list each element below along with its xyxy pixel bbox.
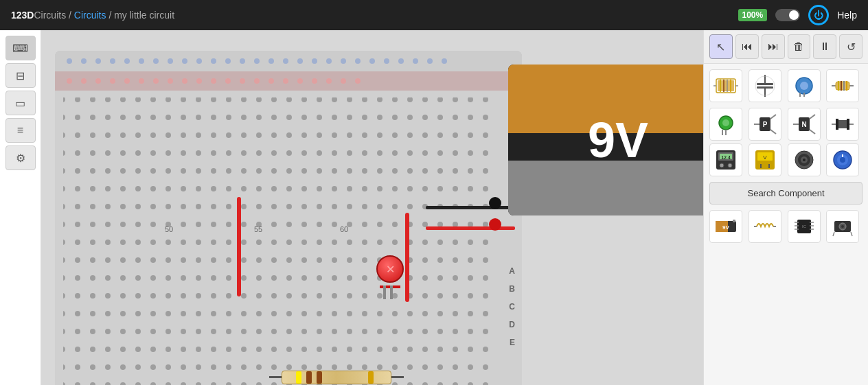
resistor-lead-left: [269, 376, 283, 378]
svg-point-61: [840, 157, 845, 163]
sidebar-item-chip[interactable]: ▭: [5, 91, 36, 115]
wire-black-horizontal: [426, 206, 515, 209]
theme-toggle[interactable]: [775, 9, 800, 21]
rail-dot: [427, 58, 433, 64]
breadcrumb-current: my little circuit: [114, 10, 174, 21]
rail-dot: [269, 58, 274, 64]
svg-rect-1: [63, 97, 489, 385]
voltmeter-icon: V: [753, 148, 777, 172]
sidebar-item-settings[interactable]: ⚙: [5, 145, 36, 170]
rail-dot: [312, 78, 317, 84]
rail-dot: [196, 78, 202, 84]
comp-speaker[interactable]: [788, 143, 821, 176]
svg-rect-7: [723, 80, 724, 92]
rail-dot: [297, 58, 303, 64]
power-button[interactable]: ⏻: [808, 5, 829, 25]
led-blue-icon: [792, 73, 816, 98]
search-component-button[interactable]: Search Component: [709, 182, 863, 205]
svg-rect-23: [841, 81, 842, 91]
rail-dot: [240, 78, 245, 84]
breadcrumb-circuits[interactable]: Circuits: [74, 10, 106, 21]
diode-icon: [830, 112, 855, 137]
comp-inductor[interactable]: [749, 210, 781, 243]
delete-button[interactable]: 🗑: [788, 34, 811, 59]
svg-text:N: N: [801, 121, 806, 128]
comp-resistor-grid[interactable]: [709, 69, 742, 102]
svg-rect-22: [838, 81, 839, 91]
svg-rect-42: [847, 119, 849, 130]
comp-transistor-n[interactable]: N: [788, 108, 821, 141]
rail-dot: [110, 78, 115, 84]
step-forward-button[interactable]: ⏭: [762, 34, 785, 59]
rail-dot: [139, 78, 144, 84]
transistor-n-icon: N: [792, 112, 816, 137]
comp-capacitor[interactable]: [749, 69, 781, 102]
rail-dot: [95, 78, 101, 84]
comp-resistor-axial[interactable]: [826, 69, 859, 102]
component-grid-row2: P N: [704, 108, 868, 143]
rail-dot: [413, 58, 418, 64]
sidebar-item-list[interactable]: ≡: [5, 118, 36, 143]
svg-point-49: [728, 163, 732, 167]
sidebar-item-components[interactable]: ⊟: [5, 63, 36, 88]
breadcrumb-sep2: /: [108, 10, 114, 21]
skip-back-icon: ⏮: [742, 40, 753, 53]
comp-potentiometer[interactable]: [826, 143, 859, 176]
svg-rect-6: [720, 80, 721, 92]
multimeter-icon: 12.4: [713, 148, 738, 172]
comp-ic-chip[interactable]: IC: [788, 210, 821, 243]
led-component[interactable]: ✕: [376, 255, 407, 285]
zoom-level: 100%: [738, 9, 768, 21]
brand-name: 123D: [11, 10, 34, 21]
comp-voltmeter[interactable]: V: [749, 143, 781, 176]
rail-dot: [384, 58, 389, 64]
rail-dot: [124, 58, 130, 64]
rail-dot: [442, 58, 447, 64]
component-grid-row4: 9V IC: [704, 207, 868, 246]
comp-multimeter[interactable]: 12.4: [709, 143, 742, 176]
header: 123DCircuits / Circuits / my little circ…: [0, 0, 868, 30]
svg-rect-66: [733, 220, 735, 222]
capacitor-icon: [753, 73, 777, 98]
svg-line-34: [770, 130, 776, 134]
rail-dot: [81, 78, 87, 84]
rail-dot: [341, 78, 346, 84]
svg-rect-13: [757, 86, 773, 89]
battery-small-icon: 9V: [713, 214, 738, 239]
resistor-lead-right: [390, 376, 404, 378]
help-button[interactable]: Help: [837, 10, 857, 21]
wire-red-horizontal: [426, 226, 515, 230]
rotate-button[interactable]: ↺: [839, 34, 863, 59]
comp-transistor-npn[interactable]: P: [749, 108, 781, 141]
skip-back-button[interactable]: ⏮: [735, 34, 759, 59]
rail-dot: [153, 78, 159, 84]
rail-dot: [211, 58, 216, 64]
comp-diode[interactable]: [826, 108, 859, 141]
svg-line-38: [810, 115, 815, 119]
resistor-band-2: [306, 371, 312, 384]
speaker-icon: [792, 148, 816, 172]
svg-text:12.4: 12.4: [721, 155, 731, 160]
rail-dot: [110, 58, 115, 64]
pause-button[interactable]: ⏸: [813, 34, 836, 59]
canvas-area[interactable]: 50 55 60 A B C D E: [41, 30, 703, 385]
resistor-band-1: [296, 371, 301, 384]
svg-line-80: [833, 232, 834, 236]
svg-rect-12: [757, 83, 773, 85]
select-tool-button[interactable]: ↖: [709, 34, 733, 59]
comp-battery-small[interactable]: 9V: [709, 210, 742, 243]
rail-dot: [67, 58, 72, 64]
resistor-component[interactable]: [282, 371, 391, 384]
rail-dot: [182, 78, 187, 84]
step-forward-icon: ⏭: [768, 40, 779, 53]
resistor-band-4: [368, 371, 374, 384]
chip-icon: ▭: [15, 97, 25, 110]
rail-dot: [81, 58, 87, 64]
comp-power-jack[interactable]: [826, 210, 859, 243]
sidebar-item-keyboard[interactable]: ⌨: [5, 36, 36, 60]
comp-led-blue[interactable]: [788, 69, 821, 102]
rail-dot: [168, 58, 173, 64]
comp-led-green[interactable]: [709, 108, 742, 141]
led-leg-right: [390, 285, 393, 299]
breadcrumb-sep1: /: [69, 10, 74, 21]
